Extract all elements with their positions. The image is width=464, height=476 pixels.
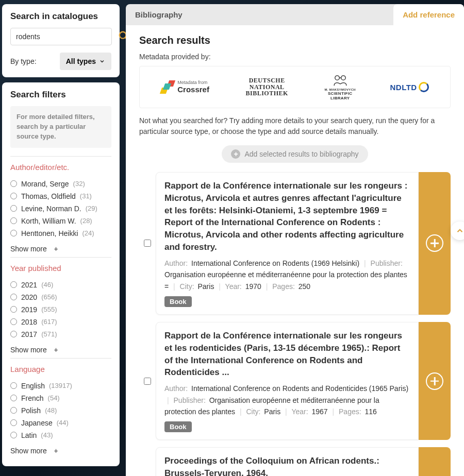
tab-bibliography[interactable]: Bibliography (126, 4, 192, 25)
filter-section: Year published2021 (46)2020 (656)2019 (5… (10, 257, 111, 358)
svg-point-3 (341, 76, 345, 80)
result-body: Rapport de la Conférence internationale … (156, 172, 419, 315)
radio-icon (10, 230, 17, 236)
result-checkbox[interactable] (144, 378, 151, 385)
filter-section: LanguageEnglish (13917)French (54)Polish… (10, 358, 111, 459)
library-icon (332, 74, 349, 88)
result-city: Paris (198, 282, 214, 291)
svg-point-0 (120, 31, 126, 38)
result-card: Proceedings of the Colloquium on African… (139, 447, 451, 476)
search-input[interactable] (10, 28, 112, 45)
filter-option-count: (555) (41, 305, 57, 313)
provider-dnb: DEUTSCHENATIONALBIBLIOTHEK (244, 76, 290, 98)
chevron-up-icon (455, 226, 464, 235)
filter-option-label: Polish (21, 406, 41, 415)
result-meta: Author: International Conference on Rode… (164, 383, 410, 417)
result-checkbox-wrap (139, 322, 156, 440)
plus-icon: + (54, 346, 58, 354)
provider-scientific-library: M. MAKSYMOVYCH SCIENTIFIC LIBRARY (324, 74, 356, 100)
filter-option[interactable]: Polish (48) (10, 404, 111, 417)
result-meta: Author: International Conference on Rode… (164, 258, 410, 292)
filter-option[interactable]: Levine, Norman D. (29) (10, 202, 111, 215)
filter-option[interactable]: French (54) (10, 392, 111, 404)
results-heading: Search results (139, 35, 451, 46)
filter-option-count: (656) (41, 293, 57, 301)
result-checkbox-wrap (139, 172, 156, 315)
result-type-badge: Book (164, 296, 192, 307)
filter-section-title: Language (10, 365, 111, 373)
filter-option-count: (29) (86, 205, 97, 212)
result-year: 1970 (245, 282, 261, 291)
crossref-icon (161, 80, 174, 94)
filter-option-label: 2019 (21, 305, 37, 314)
filter-option-count: (32) (73, 180, 85, 188)
result-pages: 250 (299, 282, 310, 291)
filter-section-title: Year published (10, 264, 111, 273)
plus-icon (426, 372, 443, 390)
filter-option-label: French (21, 394, 44, 402)
results-body: Search results Metadata provided by: Met… (126, 25, 464, 476)
results-hint: Not what you searched for? Try adding mo… (139, 115, 451, 137)
filter-option-label: Levine, Norman D. (21, 205, 81, 213)
radio-icon (10, 294, 17, 300)
radio-icon (10, 306, 17, 313)
type-select[interactable]: All types (60, 53, 111, 70)
filter-option[interactable]: 2019 (555) (10, 303, 111, 316)
result-city: Paris (264, 407, 280, 416)
svg-point-2 (335, 76, 339, 80)
radio-icon (10, 382, 17, 389)
filters-panel: Search filters For more detailed filters… (2, 82, 120, 466)
radio-icon (10, 205, 17, 212)
radio-icon (10, 395, 17, 401)
result-body: Rapport de la Conférence internationale … (156, 322, 419, 440)
add-result-button[interactable] (419, 447, 451, 476)
result-body: Proceedings of the Colloquium on African… (156, 447, 419, 476)
filter-option-count: (617) (41, 318, 57, 326)
show-more-button[interactable]: Show more + (10, 346, 58, 354)
tab-add-reference[interactable]: Add reference (393, 4, 464, 25)
filter-option[interactable]: Morand, Serge (32) (10, 178, 111, 190)
filter-option[interactable]: English (13917) (10, 380, 111, 392)
filter-option[interactable]: 2018 (617) (10, 316, 111, 328)
result-pages: 116 (365, 407, 377, 416)
result-title[interactable]: Rapport de la Conférence internationale … (164, 330, 410, 379)
radio-icon (10, 331, 17, 337)
result-title[interactable]: Rapport de la Conférence internationale … (164, 180, 410, 253)
filter-option-count: (54) (48, 394, 60, 402)
filter-option-count: (48) (45, 406, 57, 414)
result-checkbox[interactable] (144, 240, 151, 247)
filter-option-label: Morand, Serge (21, 180, 69, 188)
result-title[interactable]: Proceedings of the Colloquium on African… (164, 455, 410, 476)
chevron-down-icon (99, 58, 105, 64)
show-more-button[interactable]: Show more + (10, 447, 58, 455)
filter-option[interactable]: Henttonen, Heikki (24) (10, 227, 111, 240)
show-more-button[interactable]: Show more + (10, 245, 58, 253)
filter-section: Author/editor/etc.Morand, Serge (32)Thom… (10, 156, 111, 257)
filter-option[interactable]: 2021 (46) (10, 279, 111, 291)
tabs: Bibliography Add reference (126, 4, 464, 25)
filter-option-label: 2017 (21, 330, 37, 338)
radio-icon (10, 432, 17, 438)
filter-option[interactable]: 2020 (656) (10, 291, 111, 303)
result-author: International Conference on Rodents and … (191, 384, 408, 393)
add-selected-button[interactable]: + Add selected results to bibliography (222, 145, 368, 163)
search-panel: Search in catalogues By type: All types (2, 4, 120, 77)
add-result-button[interactable] (419, 322, 451, 440)
filter-option[interactable]: Thomas, Oldfield (31) (10, 190, 111, 202)
filter-option[interactable]: Japanese (44) (10, 417, 111, 429)
filter-option-label: Thomas, Oldfield (21, 192, 76, 200)
filter-option[interactable]: 2017 (571) (10, 328, 111, 341)
result-year: 1967 (311, 407, 327, 416)
metadata-label: Metadata provided by: (139, 53, 451, 61)
filter-option[interactable]: Latin (43) (10, 429, 111, 441)
filters-hint: For more detailed filters, search by a p… (10, 106, 111, 148)
radio-icon (10, 180, 17, 187)
filter-option-label: Japanese (21, 419, 53, 427)
result-card: Rapport de la Conférence internationale … (139, 322, 451, 440)
result-checkbox-wrap (139, 447, 156, 476)
add-result-button[interactable] (419, 172, 451, 315)
radio-icon (10, 419, 17, 426)
radio-icon (10, 217, 17, 224)
filter-option-count: (571) (41, 330, 57, 338)
filter-option[interactable]: Korth, William W. (28) (10, 215, 111, 227)
